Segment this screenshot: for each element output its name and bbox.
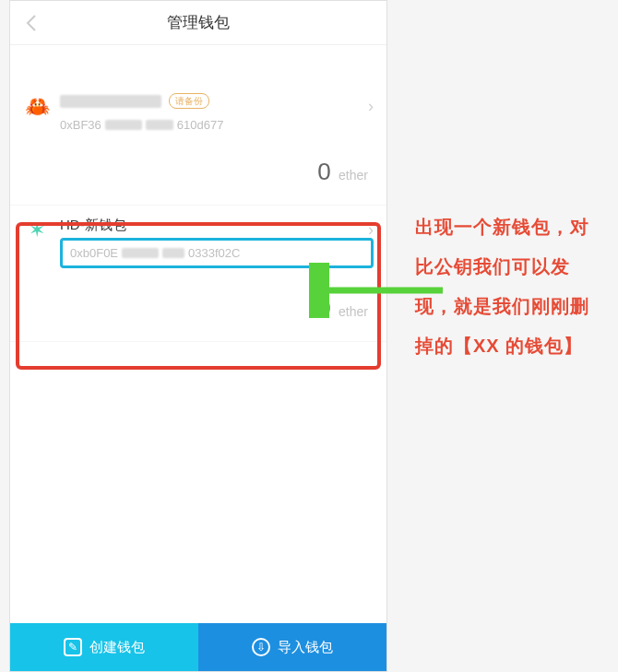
starfish-icon: ✶	[23, 217, 51, 244]
chevron-right-icon: ›	[368, 97, 374, 116]
wallet-address: 0xBF36 610d677	[60, 118, 374, 132]
annotation-text: 出现一个新钱包，对比公钥我们可以发现，就是我们刚刚删掉的【XX 的钱包】	[415, 207, 600, 366]
import-wallet-button[interactable]: ⇩ 导入钱包	[198, 623, 386, 671]
create-wallet-button[interactable]: ✎ 创建钱包	[10, 623, 198, 671]
page-title: 管理钱包	[18, 12, 379, 33]
balance-unit: ether	[339, 168, 368, 183]
wallet-balance: 0 ether	[23, 158, 374, 186]
backup-badge: 请备份	[169, 93, 209, 109]
address-highlight: 0xb0F0E 0333f02C	[60, 238, 374, 268]
chevron-right-icon: ›	[368, 220, 374, 240]
phone-frame: 管理钱包 🦀 请备份 0xBF36 610d677	[9, 0, 387, 672]
header: 管理钱包	[10, 1, 386, 45]
bottom-bar: ✎ 创建钱包 ⇩ 导入钱包	[10, 623, 386, 671]
addr-suffix: 0333f02C	[188, 246, 240, 260]
import-label: 导入钱包	[278, 639, 333, 656]
redacted-addr	[122, 248, 159, 258]
redacted-name	[60, 95, 161, 108]
addr-prefix: 0xBF36	[60, 118, 101, 132]
create-label: 创建钱包	[89, 639, 145, 656]
balance-value: 0	[317, 158, 330, 185]
addr-prefix: 0xb0F0E	[70, 246, 118, 260]
wallet-balance: 0 ether	[23, 294, 374, 323]
wallet-name: HD-新钱包	[60, 217, 126, 234]
redacted-addr	[105, 120, 142, 130]
balance-unit: ether	[339, 304, 368, 319]
crab-icon: 🦀	[23, 93, 51, 121]
wallet-card[interactable]: 🦀 请备份 0xBF36 610d677 › 0 e	[10, 82, 386, 206]
import-icon: ⇩	[252, 638, 270, 656]
redacted-addr	[162, 248, 184, 258]
wallet-list: 🦀 请备份 0xBF36 610d677 › 0 e	[10, 45, 386, 342]
wallet-card[interactable]: ✶ HD-新钱包 0xb0F0E 0333f02C › 0 ether	[10, 206, 386, 342]
redacted-addr	[146, 120, 173, 130]
create-icon: ✎	[64, 638, 82, 656]
balance-value: 0	[317, 294, 330, 322]
addr-suffix: 610d677	[177, 118, 224, 132]
